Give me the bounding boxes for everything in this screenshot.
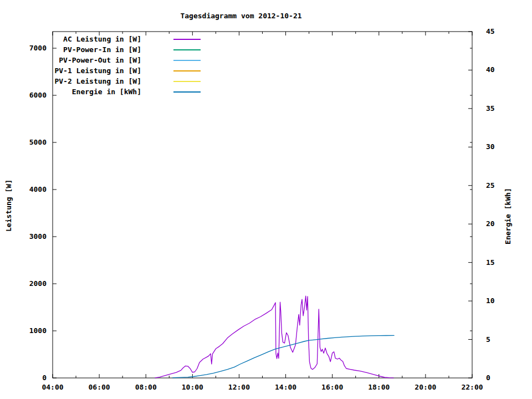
y-left-tick-label: 2000	[29, 279, 47, 288]
legend-line-sample	[173, 70, 201, 71]
legend-item-label: PV-1 Leistung in [W]	[54, 66, 141, 75]
x-tick-label: 10:00	[182, 383, 203, 391]
y-left-tick-label: 3000	[29, 232, 47, 241]
x-tick-label: 22:00	[461, 383, 483, 391]
y-right-tick-label: 45	[486, 27, 495, 35]
legend-item: Energie in [kWh]	[33, 88, 141, 96]
y-left-tick-label: 1000	[29, 326, 47, 335]
x-tick-label: 14:00	[275, 383, 296, 391]
legend-item-label: PV-Power-Out in [W]	[59, 56, 141, 64]
x-tick-label: 04:00	[42, 383, 63, 391]
x-tick-label: 20:00	[415, 383, 436, 391]
y-right-tick-label: 0	[486, 374, 490, 382]
legend-item: PV-2 Leistung in [W]	[33, 77, 141, 86]
series-line-0	[155, 296, 393, 378]
y-right-tick-label: 30	[486, 142, 495, 151]
legend-line-sample	[173, 39, 201, 40]
legend-item-label: AC Leistung in [W]	[63, 35, 141, 43]
y-left-tick-label: 4000	[29, 185, 47, 193]
legend-item-label: PV-Power-In in [W]	[63, 45, 141, 54]
x-tick-label: 16:00	[321, 383, 343, 391]
legend-line-sample	[173, 91, 201, 93]
y-right-tick-label: 35	[486, 104, 495, 112]
legend-line-sample	[173, 49, 201, 50]
y-left-tick-label: 0	[42, 374, 47, 382]
legend-line-sample	[173, 81, 201, 82]
legend-item: PV-Power-Out in [W]	[33, 56, 141, 65]
x-tick-label: 08:00	[135, 383, 157, 391]
y-right-tick-label: 20	[486, 219, 495, 228]
legend-item-label: PV-2 Leistung in [W]	[54, 77, 141, 85]
y-right-tick-label: 40	[486, 65, 495, 74]
chart-canvas: Tagesdiagramm vom 2012-10-21 Leistung [W…	[0, 0, 532, 399]
y-right-tick-label: 15	[486, 258, 495, 267]
y-right-tick-label: 5	[486, 335, 490, 344]
legend-item: AC Leistung in [W]	[33, 35, 141, 44]
legend-item-label: Energie in [kWh]	[72, 88, 141, 96]
legend-item: PV-Power-In in [W]	[33, 45, 141, 54]
x-tick-label: 12:00	[228, 383, 250, 391]
legend-line-sample	[173, 60, 201, 61]
x-tick-label: 18:00	[368, 383, 390, 391]
y-left-tick-label: 5000	[29, 138, 47, 146]
legend-item: PV-1 Leistung in [W]	[33, 66, 141, 75]
y-right-tick-label: 10	[486, 296, 495, 305]
y-right-tick-label: 25	[486, 181, 495, 190]
x-tick-label: 06:00	[89, 383, 110, 391]
